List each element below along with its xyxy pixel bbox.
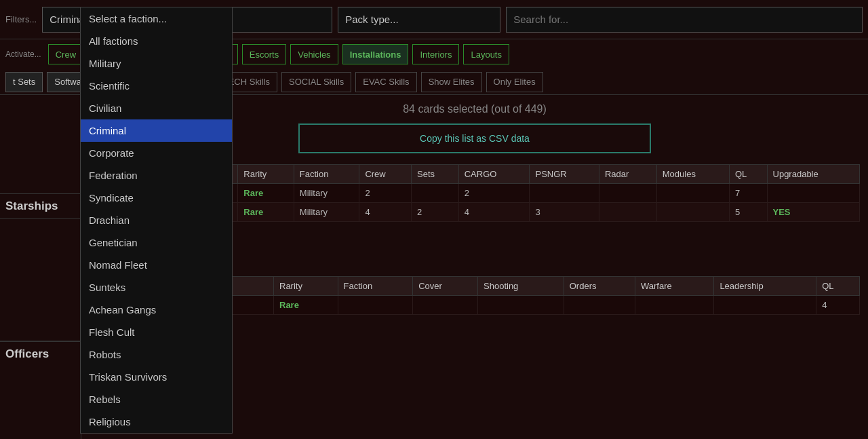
col-sets: Sets <box>412 165 459 184</box>
col-modules: Modules <box>656 165 729 184</box>
tab-social-skills[interactable]: SOCIAL Skills <box>281 72 351 92</box>
dropdown-item-military[interactable]: Military <box>81 52 232 75</box>
col-faction: Faction <box>294 165 359 184</box>
col-shooting: Shooting <box>478 277 564 296</box>
pack-type-select-wrapper[interactable]: Pack type... <box>338 7 500 33</box>
tab-layouts[interactable]: Layouts <box>463 44 509 64</box>
cell-upgradable: YES <box>767 203 859 222</box>
cell-faction: Military <box>294 203 359 222</box>
dropdown-item-flesh-cult[interactable]: Flesh Cult <box>81 321 232 343</box>
tab-show-elites[interactable]: Show Elites <box>421 72 482 92</box>
dropdown-item-civilian[interactable]: Civilian <box>81 97 232 119</box>
starships-section-label[interactable]: Starships <box>0 193 81 219</box>
cell-psngr <box>530 184 599 203</box>
activate-label: Activate... <box>5 50 41 59</box>
dropdown-item-all-factions[interactable]: All factions <box>81 30 232 52</box>
tab-vehicles[interactable]: Vehicles <box>290 44 338 64</box>
dropdown-item-triskan-survivors[interactable]: Triskan Survivors <box>81 366 232 388</box>
dropdown-item-nomad-fleet[interactable]: Nomad Fleet <box>81 254 232 276</box>
col-warfare: Warfare <box>635 277 713 296</box>
dropdown-item-religious[interactable]: Religious <box>81 411 232 433</box>
cell-modules <box>656 184 729 203</box>
left-sidebar: Starships Officers <box>0 95 81 439</box>
search-input[interactable] <box>506 7 863 33</box>
cell-upgradable <box>767 184 859 203</box>
cell-ql: 5 <box>729 203 767 222</box>
cell-ql: 4 <box>816 296 860 315</box>
col-rarity: Rarity <box>238 165 294 184</box>
dropdown-item-criminal[interactable]: Criminal <box>81 119 232 142</box>
tab-installations[interactable]: Installations <box>342 44 409 64</box>
cell-rarity: Rare <box>238 184 294 203</box>
dropdown-item-achean-gangs[interactable]: Achean Gangs <box>81 299 232 321</box>
cell-shooting <box>478 296 564 315</box>
cell-cargo: 2 <box>458 184 530 203</box>
col-rarity: Rarity <box>274 277 338 296</box>
col-leadership: Leadership <box>714 277 816 296</box>
cell-cargo: 4 <box>458 203 530 222</box>
dropdown-item-syndicate[interactable]: Syndicate <box>81 187 232 209</box>
cell-ql: 7 <box>729 184 767 203</box>
dropdown-item-select-faction[interactable]: Select a faction... <box>81 7 232 30</box>
col-ql: QL <box>729 165 767 184</box>
col-psngr: PSNGR <box>530 165 599 184</box>
tab-equipment-sets[interactable]: t Sets <box>5 72 43 92</box>
cell-crew: 4 <box>359 203 412 222</box>
cell-leadership <box>714 296 816 315</box>
officers-section-label[interactable]: Officers <box>0 341 81 366</box>
tab-interiors[interactable]: Interiors <box>412 44 459 64</box>
dropdown-item-scientific[interactable]: Scientific <box>81 75 232 97</box>
dropdown-item-corporate[interactable]: Corporate <box>81 142 232 164</box>
copy-csv-button[interactable]: Copy this list as CSV data <box>298 123 651 153</box>
cell-faction: Military <box>294 184 359 203</box>
cell-psngr: 3 <box>530 203 599 222</box>
tab-escorts[interactable]: Escorts <box>242 44 286 64</box>
col-upgradable: Upgradable <box>767 165 859 184</box>
cell-sets <box>412 184 459 203</box>
col-ql: QL <box>816 277 860 296</box>
col-cover: Cover <box>413 277 478 296</box>
dropdown-item-rebels[interactable]: Rebels <box>81 388 232 411</box>
tab-evac-skills[interactable]: EVAC Skills <box>355 72 416 92</box>
filters-label: Filters... <box>5 14 37 24</box>
dropdown-item-drachian[interactable]: Drachian <box>81 209 232 231</box>
cell-orders <box>564 296 635 315</box>
dropdown-item-genetician[interactable]: Genetician <box>81 231 232 254</box>
tab-crew[interactable]: Crew <box>48 44 83 64</box>
cell-crew: 2 <box>359 184 412 203</box>
cell-modules <box>656 203 729 222</box>
faction-dropdown[interactable]: Select a faction... All factions Militar… <box>80 7 233 434</box>
cell-faction <box>338 296 413 315</box>
dropdown-item-sunteks[interactable]: Sunteks <box>81 276 232 299</box>
dropdown-item-robots[interactable]: Robots <box>81 343 232 366</box>
cell-sets: 2 <box>412 203 459 222</box>
dropdown-item-federation[interactable]: Federation <box>81 164 232 187</box>
col-cargo: CARGO <box>458 165 530 184</box>
col-crew: Crew <box>359 165 412 184</box>
col-radar: Radar <box>599 165 656 184</box>
cell-rarity: Rare <box>274 296 338 315</box>
col-orders: Orders <box>564 277 635 296</box>
tab-only-elites[interactable]: Only Elites <box>486 72 543 92</box>
cell-radar <box>599 203 656 222</box>
cell-warfare <box>635 296 713 315</box>
cell-radar <box>599 184 656 203</box>
cell-cover <box>413 296 478 315</box>
cell-rarity: Rare <box>238 203 294 222</box>
pack-type-select[interactable]: Pack type... <box>338 7 500 33</box>
col-faction: Faction <box>338 277 413 296</box>
